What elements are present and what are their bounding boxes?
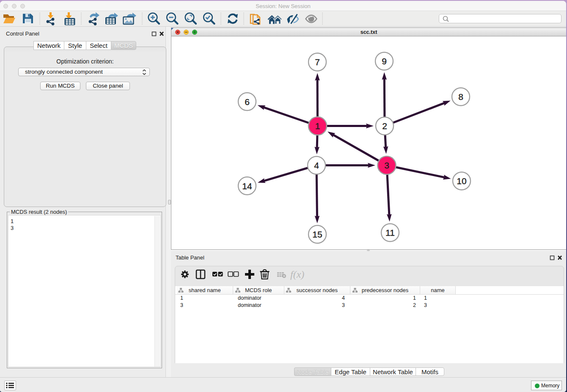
svg-text:14: 14 <box>242 181 252 191</box>
svg-text:6: 6 <box>245 97 250 107</box>
svg-text:7: 7 <box>315 57 320 67</box>
svg-text:8: 8 <box>458 92 463 102</box>
svg-text:2: 2 <box>382 121 387 131</box>
svg-text:10: 10 <box>457 176 466 186</box>
svg-text:f(x): f(x) <box>290 269 304 280</box>
svg-text:15: 15 <box>312 229 322 239</box>
svg-text:3: 3 <box>384 160 389 170</box>
svg-text:1: 1 <box>315 121 320 131</box>
svg-text:4: 4 <box>314 160 319 170</box>
svg-text:9: 9 <box>382 56 387 66</box>
svg-text:11: 11 <box>385 228 395 237</box>
